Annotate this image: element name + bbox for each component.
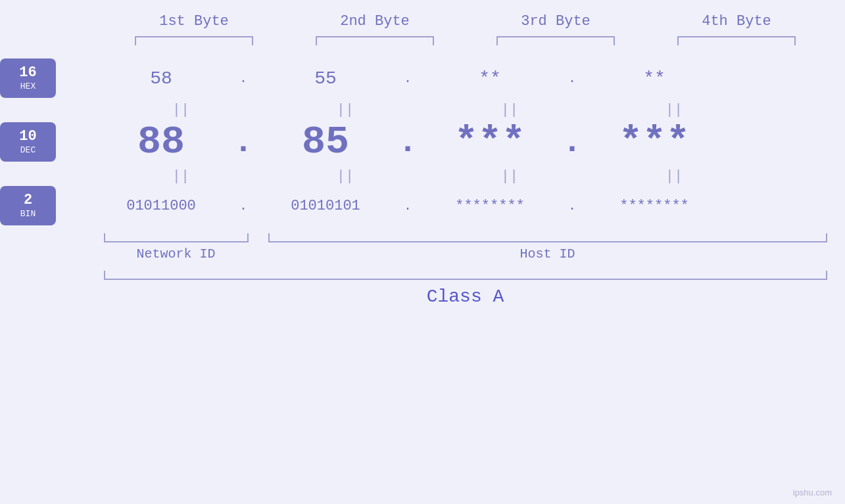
bin-val-3: ******** [418, 198, 562, 214]
hex-badge: 16 HEX [0, 58, 56, 98]
dec-dot-3: . [562, 124, 582, 161]
eq-1-3: || [437, 102, 582, 118]
hex-val-1: 58 [89, 68, 233, 89]
hex-val-3: ** [418, 68, 562, 89]
network-id-label: Network ID [104, 246, 249, 262]
host-id-label: Host ID [268, 246, 827, 262]
bin-badge-num: 2 [24, 193, 32, 208]
full-bracket [104, 271, 827, 280]
byte-4-header: 4th Byte [664, 13, 809, 30]
bottom-section: Network ID Host ID Class A [104, 233, 827, 307]
dec-badge-label: DEC [20, 145, 36, 155]
class-label: Class A [104, 286, 827, 307]
bracket-top-2 [316, 36, 434, 45]
eq-1-4: || [602, 102, 746, 118]
eq-2-1: || [109, 168, 253, 185]
bin-badge-label: BIN [20, 209, 36, 219]
bracket-labels: Network ID Host ID [104, 246, 827, 262]
dec-val-3: *** [418, 120, 562, 164]
bin-val-2: 01010101 [253, 198, 398, 214]
byte-1-header: 1st Byte [122, 13, 266, 30]
bin-values: 01011000 . 01010101 . ******** . *******… [89, 198, 845, 214]
hex-badge-label: HEX [20, 81, 36, 91]
bin-val-1: 01011000 [89, 198, 233, 214]
equals-row-1: || || || || [0, 102, 845, 118]
eq-2-3: || [437, 168, 582, 185]
hex-dot-3: . [562, 71, 582, 86]
hex-val-4: ** [582, 68, 727, 89]
bin-dot-3: . [562, 198, 582, 214]
label-dot-spacer [249, 246, 268, 262]
eq-2-4: || [602, 168, 746, 185]
bin-row: 2 BIN 01011000 . 01010101 . ******** . *… [0, 186, 845, 225]
bin-badge: 2 BIN [0, 186, 56, 225]
bin-val-4: ******** [582, 198, 727, 214]
byte-3-header: 3rd Byte [483, 13, 628, 30]
dec-row: 10 DEC 88 . 85 . *** . *** [0, 120, 845, 164]
hex-dot-2: . [398, 71, 418, 86]
dec-badge: 10 DEC [0, 122, 56, 162]
watermark: ipshu.com [793, 488, 832, 497]
eq-2-2: || [273, 168, 418, 185]
top-brackets [104, 36, 827, 45]
eq-1-2: || [273, 102, 418, 118]
bottom-brackets [104, 233, 827, 242]
hex-values: 58 . 55 . ** . ** [89, 68, 845, 89]
eq-1-1: || [109, 102, 253, 118]
byte-2-header: 2nd Byte [302, 13, 447, 30]
equals-row-2: || || || || [0, 168, 845, 185]
bin-dot-2: . [398, 198, 418, 214]
dec-val-4: *** [582, 120, 727, 164]
bracket-top-4 [677, 36, 796, 45]
bracket-top-3 [496, 36, 615, 45]
hex-dot-1: . [233, 71, 253, 86]
bracket-bottom-host [268, 233, 827, 242]
bracket-top-1 [135, 36, 253, 45]
dec-values: 88 . 85 . *** . *** [89, 120, 845, 164]
dec-val-2: 85 [253, 120, 398, 164]
hex-row: 16 HEX 58 . 55 . ** . ** [0, 58, 845, 98]
hex-badge-num: 16 [19, 65, 36, 81]
dec-dot-2: . [398, 124, 418, 161]
dec-dot-1: . [233, 124, 253, 161]
bracket-dot-space [249, 233, 268, 242]
main-container: 1st Byte 2nd Byte 3rd Byte 4th Byte 16 H… [0, 0, 845, 504]
dec-badge-num: 10 [19, 129, 36, 145]
bracket-bottom-net [104, 233, 249, 242]
hex-val-2: 55 [253, 68, 398, 89]
bin-dot-1: . [233, 198, 253, 214]
dec-val-1: 88 [89, 120, 233, 164]
byte-headers: 1st Byte 2nd Byte 3rd Byte 4th Byte [104, 13, 827, 30]
